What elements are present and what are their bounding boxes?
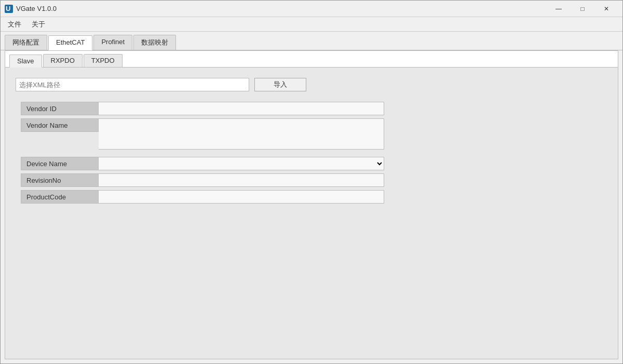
form-section: Vendor ID Vendor Name Device Name [21,102,384,207]
outer-tab-bar: 网络配置 EthetCAT Profinet 数据映射 [1,32,622,50]
revision-no-input[interactable] [99,173,384,187]
device-name-select[interactable] [99,157,384,170]
product-code-input[interactable] [99,190,384,204]
tab-network-config[interactable]: 网络配置 [5,35,47,50]
revision-no-label: RevisionNo [21,173,99,187]
xml-path-input[interactable] [16,78,249,91]
tab-ethercat[interactable]: EthetCAT [48,35,92,50]
vendor-name-input[interactable] [99,118,384,150]
app-logo: U [5,5,13,13]
window-title: VGate V1.0.0 [16,5,547,12]
slave-content: 导入 Vendor ID Vendor Name [5,68,618,359]
tab-slave[interactable]: Slave [9,55,42,68]
vendor-name-row: Vendor Name [21,118,384,150]
menu-item-about[interactable]: 关于 [26,18,50,31]
inner-tab-bar: Slave RXPDO TXPDO [5,51,618,68]
maximize-button[interactable]: □ [571,1,594,17]
revision-no-row: RevisionNo [21,173,384,187]
vendor-id-row: Vendor ID [21,102,384,115]
svg-text:U: U [6,5,10,12]
product-code-row: ProductCode [21,190,384,204]
device-name-row: Device Name [21,157,384,170]
tab-data-mapping[interactable]: 数据映射 [133,35,176,50]
vendor-name-label: Vendor Name [21,118,99,132]
minimize-button[interactable]: — [547,1,571,17]
inner-panel: Slave RXPDO TXPDO 导入 Vendor ID [5,50,618,359]
vendor-id-label: Vendor ID [21,102,99,115]
menu-bar: 文件 关于 [1,17,622,32]
xml-path-row: 导入 [16,78,607,91]
import-button[interactable]: 导入 [254,78,306,91]
tab-rxpdo[interactable]: RXPDO [43,54,83,67]
menu-item-file[interactable]: 文件 [3,18,26,31]
window-controls: — □ ✕ [547,1,618,17]
tab-profinet[interactable]: Profinet [93,35,132,50]
tab-txpdo[interactable]: TXPDO [84,54,123,67]
device-name-label: Device Name [21,157,99,170]
main-content: Slave RXPDO TXPDO 导入 Vendor ID [1,50,622,363]
main-window: U VGate V1.0.0 — □ ✕ 文件 关于 网络配置 EthetCAT… [0,0,623,364]
close-button[interactable]: ✕ [594,1,618,17]
vendor-id-input[interactable] [99,102,384,115]
title-bar: U VGate V1.0.0 — □ ✕ [1,1,622,17]
product-code-label: ProductCode [21,190,99,204]
